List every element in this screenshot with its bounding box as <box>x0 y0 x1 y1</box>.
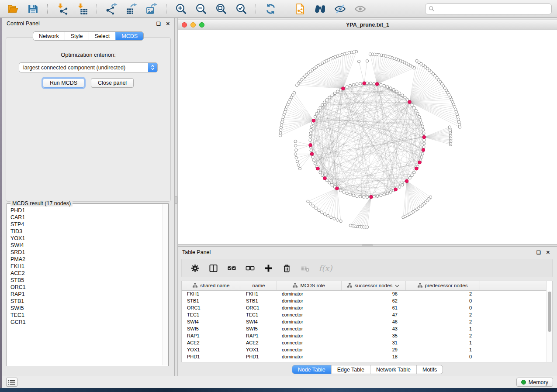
delete-table-button <box>298 261 312 275</box>
memory-button[interactable]: Memory <box>516 378 553 387</box>
tab-style[interactable]: Style <box>65 32 89 40</box>
tab-motifs[interactable]: Motifs <box>416 365 443 374</box>
select-all-button[interactable] <box>225 261 239 275</box>
column-header-predecessor-nodes[interactable]: predecessor nodes <box>405 281 480 290</box>
run-mcds-button[interactable]: Run MCDS <box>43 78 84 88</box>
table-cell: 0 <box>405 297 480 304</box>
float-panel-icon[interactable]: ❑ <box>156 21 161 27</box>
table-cell: 46 <box>341 318 405 325</box>
splitter-grip[interactable] <box>175 196 177 204</box>
export-image-button[interactable] <box>144 2 159 16</box>
table-row[interactable]: STB1STB1dominator620 <box>182 297 547 304</box>
mcds-result-node: TID3 <box>10 228 159 235</box>
clone-network-button[interactable] <box>292 2 307 16</box>
column-label: name <box>253 283 265 288</box>
close-panel-button[interactable]: Close panel <box>91 78 134 88</box>
mcds-result-node: ACE2 <box>10 270 159 277</box>
table-panel-titlebar[interactable]: Table Panel ❑ ✕ <box>178 247 557 258</box>
deselect-all-button[interactable] <box>243 261 257 275</box>
zoom-selected-button[interactable] <box>234 2 249 16</box>
table-row[interactable]: PHD1PHD1dominator180 <box>182 353 547 360</box>
export-network-button[interactable] <box>104 2 119 16</box>
column-header-shared-name[interactable]: shared name <box>182 281 241 290</box>
table-cell: connector <box>277 311 341 318</box>
zoom-window-icon[interactable] <box>199 22 204 28</box>
search-box[interactable] <box>425 3 552 14</box>
table-cell-filler <box>480 304 547 311</box>
open-file-button[interactable] <box>5 2 20 16</box>
toggle-panel-visibility-icon <box>334 3 346 15</box>
table-cell: YOX1 <box>241 346 277 353</box>
task-history-button[interactable] <box>6 378 17 387</box>
mcds-result-scrollbar[interactable] <box>163 204 168 365</box>
table-row[interactable]: SWI4SWI4dominator462 <box>182 318 547 325</box>
toggle-columns-button[interactable] <box>206 261 220 275</box>
table-cell: dominator <box>277 332 341 339</box>
network-canvas[interactable] <box>178 30 557 244</box>
table-cell: TEC1 <box>182 311 241 318</box>
control-panel-titlebar[interactable]: Control Panel ❑ ✕ <box>2 18 174 29</box>
save-session-button[interactable] <box>25 2 40 16</box>
mcds-result-node: ORC1 <box>10 284 159 291</box>
toolbar-separator <box>47 4 48 14</box>
zoom-out-button[interactable] <box>194 2 208 16</box>
close-window-icon[interactable] <box>182 22 187 28</box>
node-table: shared namenameMCDS rolesuccessor nodesp… <box>181 281 553 362</box>
column-header-successor-nodes[interactable]: successor nodes <box>341 281 405 290</box>
mcds-result-node: CAR1 <box>10 214 159 221</box>
table-row[interactable]: ACE2ACE2connector311 <box>182 339 547 346</box>
control-panel-tabs: NetworkStyleSelectMCDS <box>33 31 144 41</box>
tab-network[interactable]: Network <box>33 32 65 40</box>
table-scrollbar[interactable] <box>547 291 552 362</box>
mcds-result-node: STB1 <box>10 298 159 305</box>
column-label: predecessor nodes <box>425 283 468 288</box>
scrollbar-thumb[interactable] <box>548 292 551 332</box>
search-input[interactable] <box>437 6 548 12</box>
table-row[interactable]: RAP1RAP1dominator352 <box>182 332 547 339</box>
table-row[interactable]: YOX1YOX1connector291 <box>182 346 547 353</box>
tab-network-table[interactable]: Network Table <box>370 365 416 374</box>
table-cell: RAP1 <box>241 332 277 339</box>
import-table-button[interactable] <box>75 2 90 16</box>
network-window-titlebar[interactable]: YPA_prune.txt_1 <box>178 20 557 30</box>
refresh-view-button[interactable] <box>263 2 278 16</box>
select-all-icon <box>227 264 236 273</box>
zoom-out-icon <box>195 3 207 15</box>
table-cell: 47 <box>341 311 405 318</box>
float-panel-icon[interactable]: ❑ <box>536 250 541 255</box>
export-table-button[interactable] <box>124 2 139 16</box>
toggle-panel-visibility-button[interactable] <box>332 2 347 16</box>
vertical-splitter[interactable] <box>175 18 178 376</box>
mcds-result-node: GCR1 <box>10 319 159 326</box>
close-panel-icon[interactable]: ✕ <box>166 21 170 27</box>
delete-entry-button[interactable] <box>280 261 294 275</box>
export-image-icon <box>146 3 158 15</box>
import-network-button[interactable] <box>55 2 69 16</box>
table-header: shared namenameMCDS rolesuccessor nodesp… <box>182 281 547 290</box>
table-settings-button[interactable] <box>188 261 202 275</box>
table-row[interactable]: SWI5SWI5connector431 <box>182 325 547 332</box>
tab-mcds[interactable]: MCDS <box>115 32 143 40</box>
tab-edge-table[interactable]: Edge Table <box>331 365 370 374</box>
table-row[interactable]: TEC1TEC1connector472 <box>182 311 547 318</box>
zoom-fit-button[interactable] <box>214 2 228 16</box>
main-toolbar <box>0 0 557 18</box>
close-panel-icon[interactable]: ✕ <box>546 250 550 255</box>
tab-select[interactable]: Select <box>89 32 116 40</box>
table-row[interactable]: FKH1FKH1dominator962 <box>182 290 547 297</box>
table-cell: 2 <box>405 332 480 339</box>
table-cell: dominator <box>277 353 341 360</box>
search-network-button[interactable] <box>312 2 327 16</box>
table-cell: ACE2 <box>241 339 277 346</box>
column-header-name[interactable]: name <box>241 281 277 290</box>
add-entry-button[interactable] <box>261 261 275 275</box>
column-header-MCDS-role[interactable]: MCDS role <box>277 281 341 290</box>
tab-node-table[interactable]: Node Table <box>292 365 331 374</box>
minimize-window-icon[interactable] <box>190 22 196 28</box>
zoom-in-button[interactable] <box>173 2 188 16</box>
optimization-criterion-select[interactable]: largest connected component (undirected) <box>19 62 158 72</box>
table-row[interactable]: ORC1ORC1dominator610 <box>182 304 547 311</box>
mcds-result-node: STB5 <box>10 277 159 284</box>
table-cell: STB1 <box>241 297 277 304</box>
mcds-result-list[interactable]: PHD1CAR1STP4TID3YOX1SWI4SRD1PMA2FKH1ACE2… <box>8 205 162 365</box>
